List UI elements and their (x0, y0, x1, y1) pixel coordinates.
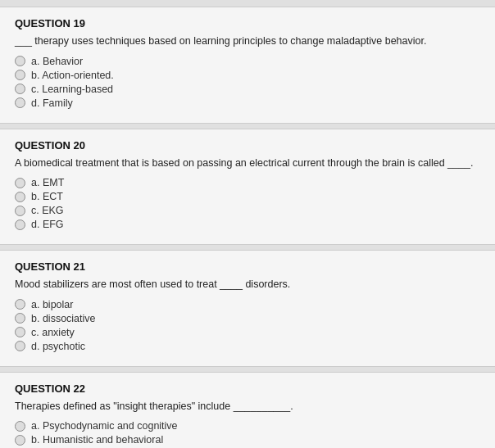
options-list-q22: a. Psychodynamic and cognitiveb. Humanis… (15, 420, 480, 448)
radio-q21d (15, 341, 25, 351)
radio-q22b (15, 435, 25, 446)
options-list-q19: a. Behaviorb. Action-oriented.c. Learnin… (15, 56, 480, 109)
question-text-q22: Therapies defined as "insight therapies"… (15, 400, 480, 414)
option-item-q19c[interactable]: c. Learning-based (15, 84, 480, 95)
question-block-q20: QUESTION 20A biomedical treatment that i… (0, 129, 495, 246)
option-item-q20b[interactable]: b. ECT (15, 191, 480, 202)
options-list-q20: a. EMTb. ECTc. EKGd. EFG (15, 177, 480, 230)
question-number-q20: QUESTION 20 (15, 139, 480, 152)
question-number-q21: QUESTION 21 (15, 260, 480, 273)
question-number-q22: QUESTION 22 (15, 382, 480, 395)
radio-q22a (15, 421, 25, 432)
question-block-q19: QUESTION 19___ therapy uses techniques b… (0, 7, 495, 124)
option-label-q22b: b. Humanistic and behavioral (31, 434, 163, 446)
option-label-q20c: c. EKG (31, 205, 64, 216)
radio-q20d (15, 219, 25, 230)
option-item-q21c[interactable]: c. anxiety (15, 327, 480, 338)
option-item-q19a[interactable]: a. Behavior (15, 56, 480, 67)
option-item-q22a[interactable]: a. Psychodynamic and cognitive (15, 420, 480, 432)
radio-q20b (15, 192, 25, 202)
option-label-q19a: a. Behavior (31, 56, 83, 67)
option-label-q19c: c. Learning-based (31, 84, 113, 95)
option-item-q21a[interactable]: a. bipolar (15, 299, 480, 310)
radio-q21b (15, 313, 25, 324)
question-block-q22: QUESTION 22Therapies defined as "insight… (0, 372, 495, 449)
option-item-q20d[interactable]: d. EFG (15, 219, 480, 230)
radio-q21a (15, 299, 25, 310)
option-label-q22a: a. Psychodynamic and cognitive (31, 420, 178, 432)
option-item-q22b[interactable]: b. Humanistic and behavioral (15, 434, 480, 446)
question-number-q19: QUESTION 19 (15, 17, 480, 29)
radio-q19b (15, 70, 25, 80)
option-item-q19b[interactable]: b. Action-oriented. (15, 70, 480, 81)
option-label-q20b: b. ECT (31, 191, 63, 202)
option-item-q19d[interactable]: d. Family (15, 97, 480, 109)
option-item-q21d[interactable]: d. psychotic (15, 341, 480, 352)
radio-q19a (15, 56, 25, 66)
option-label-q21d: d. psychotic (31, 341, 85, 352)
option-label-q19b: b. Action-oriented. (31, 70, 114, 81)
question-text-q20: A biomedical treatment that is based on … (15, 156, 480, 171)
question-block-q21: QUESTION 21Mood stabilizers are most oft… (0, 250, 495, 367)
option-label-q19d: d. Family (31, 97, 73, 109)
radio-q20c (15, 206, 25, 216)
radio-q20a (15, 178, 25, 188)
question-text-q19: ___ therapy uses techniques based on lea… (15, 34, 480, 49)
radio-q19c (15, 84, 25, 94)
option-label-q21a: a. bipolar (31, 299, 73, 310)
page-container: QUESTION 19___ therapy uses techniques b… (0, 0, 495, 448)
option-item-q20c[interactable]: c. EKG (15, 205, 480, 216)
question-text-q21: Mood stabilizers are most often used to … (15, 278, 480, 292)
option-label-q20d: d. EFG (31, 219, 64, 230)
option-item-q20a[interactable]: a. EMT (15, 177, 480, 188)
option-item-q21b[interactable]: b. dissociative (15, 313, 480, 324)
radio-q19d (15, 97, 25, 108)
radio-q21c (15, 327, 25, 337)
option-label-q21c: c. anxiety (31, 327, 75, 338)
option-label-q21b: b. dissociative (31, 313, 96, 324)
option-label-q20a: a. EMT (31, 177, 64, 188)
options-list-q21: a. bipolarb. dissociativec. anxietyd. ps… (15, 299, 480, 352)
